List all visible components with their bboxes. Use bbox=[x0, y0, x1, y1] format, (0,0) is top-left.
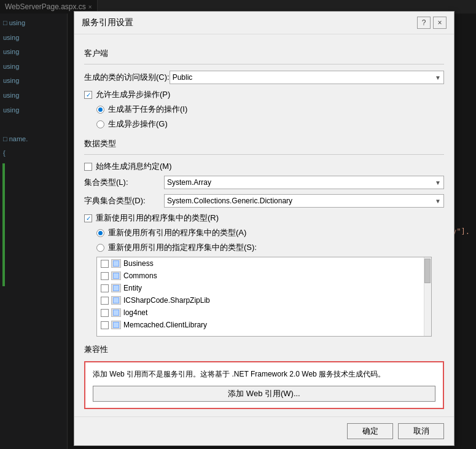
entity-icon bbox=[111, 284, 121, 292]
list-item[interactable]: log4net bbox=[97, 306, 431, 319]
dialog-titlebar: 服务引用设置 ? × bbox=[74, 12, 454, 34]
commons-label: Commons bbox=[123, 271, 157, 280]
access-level-row: 生成的类的访问级别(C): Public ▼ bbox=[84, 71, 444, 84]
data-types-section-label: 数据类型 bbox=[84, 138, 444, 149]
reuse-types-checkbox[interactable] bbox=[84, 214, 92, 222]
reuse-all-radio-row[interactable]: 重新使用所有引用的程序集中的类型(A) bbox=[96, 227, 444, 238]
compat-section-label: 兼容性 bbox=[84, 344, 444, 355]
access-level-select[interactable]: Public ▼ bbox=[170, 71, 444, 84]
dict-type-arrow: ▼ bbox=[435, 198, 441, 205]
async-radio-row[interactable]: 生成异步操作(G) bbox=[96, 119, 444, 130]
access-level-value: Public bbox=[173, 73, 193, 82]
memcached-checkbox[interactable] bbox=[101, 321, 109, 329]
always-generate-checkbox[interactable] bbox=[84, 163, 92, 171]
reuse-specified-radio-row[interactable]: 重新使用所引用的指定程序集中的类型(S): bbox=[96, 242, 444, 253]
dict-type-row: 字典集合类型(D): System.Collections.Generic.Di… bbox=[84, 194, 444, 208]
business-icon bbox=[111, 259, 121, 268]
access-level-label: 生成的类的访问级别(C): bbox=[84, 72, 170, 83]
icsharpcode-checkbox[interactable] bbox=[101, 297, 109, 305]
dict-type-select[interactable]: System.Collections.Generic.Dictionary ▼ bbox=[164, 194, 444, 208]
add-web-reference-button[interactable]: 添加 Web 引用(W)... bbox=[93, 386, 435, 402]
collection-type-label: 集合类型(L): bbox=[84, 177, 164, 188]
task-based-radio-row[interactable]: 生成基于任务的操作(I) bbox=[96, 104, 444, 115]
always-generate-row[interactable]: 始终生成消息约定(M) bbox=[84, 161, 444, 172]
log4net-icon bbox=[111, 308, 121, 317]
memcached-label: Memcached.ClientLibrary bbox=[123, 321, 207, 329]
cancel-button[interactable]: 取消 bbox=[398, 423, 444, 439]
close-button[interactable]: × bbox=[433, 17, 447, 29]
collection-type-select[interactable]: System.Array ▼ bbox=[164, 176, 444, 189]
client-section-label: 客户端 bbox=[84, 48, 444, 59]
commons-checkbox[interactable] bbox=[101, 272, 109, 280]
compat-section: 添加 Web 引用而不是服务引用。这将基于 .NET Framework 2.0… bbox=[84, 361, 444, 409]
reuse-all-label: 重新使用所有引用的程序集中的类型(A) bbox=[108, 227, 246, 238]
log4net-label: log4net bbox=[123, 308, 147, 317]
allow-async-checkbox[interactable] bbox=[84, 91, 92, 99]
always-generate-label: 始终生成消息约定(M) bbox=[96, 161, 172, 172]
reuse-all-radio[interactable] bbox=[96, 229, 104, 237]
assembly-listbox[interactable]: Business Commons Entity ICSharpCode.Shar… bbox=[96, 257, 432, 337]
collection-type-value: System.Array bbox=[167, 178, 211, 187]
task-based-radio[interactable] bbox=[96, 106, 104, 114]
async-radio[interactable] bbox=[96, 120, 104, 128]
list-item[interactable]: ICSharpCode.SharpZipLib bbox=[97, 294, 431, 306]
dialog-footer: 确定 取消 bbox=[74, 416, 454, 445]
reuse-specified-radio[interactable] bbox=[96, 244, 104, 252]
help-button[interactable]: ? bbox=[417, 17, 431, 29]
entity-checkbox[interactable] bbox=[101, 284, 109, 292]
entity-label: Entity bbox=[123, 284, 142, 292]
icsharpcode-label: ICSharpCode.SharpZipLib bbox=[123, 296, 210, 305]
listbox-scrollbar[interactable] bbox=[424, 257, 431, 336]
allow-async-row[interactable]: 允许生成异步操作(P) bbox=[84, 89, 444, 100]
access-level-arrow: ▼ bbox=[435, 74, 441, 81]
client-divider bbox=[84, 64, 444, 64]
reuse-types-label: 重新使用引用的程序集中的类型(R) bbox=[96, 213, 219, 224]
reuse-specified-label: 重新使用所引用的指定程序集中的类型(S): bbox=[108, 242, 257, 253]
dialog-body: 客户端 生成的类的访问级别(C): Public ▼ 允许生成异步操作(P) 生… bbox=[74, 34, 454, 416]
memcached-icon bbox=[111, 321, 121, 329]
collection-type-row: 集合类型(L): System.Array ▼ bbox=[84, 176, 444, 189]
collection-type-arrow: ▼ bbox=[435, 179, 441, 186]
dialog-title: 服务引用设置 bbox=[82, 17, 133, 28]
reuse-types-row[interactable]: 重新使用引用的程序集中的类型(R) bbox=[84, 213, 444, 224]
task-based-label: 生成基于任务的操作(I) bbox=[108, 104, 187, 115]
icsharpcode-icon bbox=[111, 296, 121, 305]
list-item[interactable]: Memcached.ClientLibrary bbox=[97, 319, 431, 331]
dict-type-label: 字典集合类型(D): bbox=[84, 195, 164, 206]
list-item[interactable]: Commons bbox=[97, 270, 431, 282]
data-types-divider bbox=[84, 154, 444, 155]
dict-type-value: System.Collections.Generic.Dictionary bbox=[167, 197, 292, 205]
scrollbar-thumb[interactable] bbox=[424, 259, 431, 283]
compat-description: 添加 Web 引用而不是服务引用。这将基于 .NET Framework 2.0… bbox=[93, 369, 435, 380]
business-checkbox[interactable] bbox=[101, 260, 109, 268]
list-item[interactable]: Entity bbox=[97, 282, 431, 294]
titlebar-buttons: ? × bbox=[417, 17, 447, 29]
async-label: 生成异步操作(G) bbox=[108, 119, 168, 130]
ok-button[interactable]: 确定 bbox=[347, 423, 393, 439]
service-reference-dialog: 服务引用设置 ? × 客户端 生成的类的访问级别(C): Public ▼ 允许… bbox=[74, 11, 455, 446]
business-label: Business bbox=[123, 259, 154, 268]
list-item[interactable]: Business bbox=[97, 257, 431, 270]
commons-icon bbox=[111, 271, 121, 280]
allow-async-label: 允许生成异步操作(P) bbox=[96, 89, 170, 100]
log4net-checkbox[interactable] bbox=[101, 309, 109, 317]
